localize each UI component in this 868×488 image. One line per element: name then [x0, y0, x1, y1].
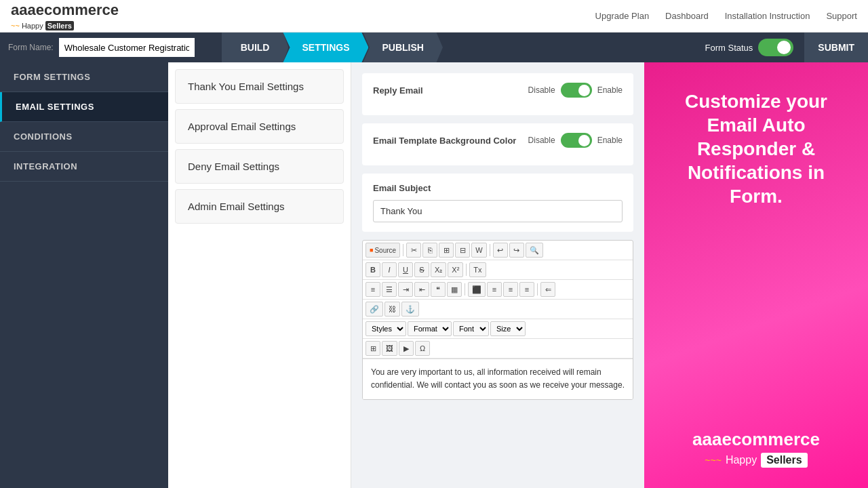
tb-anchor-btn[interactable]: ⚓ [401, 302, 419, 317]
tb-paste-word-btn[interactable]: W [471, 243, 486, 258]
tb-special-char-btn[interactable]: Ω [415, 341, 430, 356]
toolbar-divider-2 [490, 244, 490, 256]
nav-upgrade[interactable]: Upgrade Plan [595, 11, 650, 21]
toolbar-row-6: ⊞ 🖼 ▶ Ω [363, 339, 633, 359]
tb-align-left-btn[interactable]: ⬛ [468, 282, 486, 297]
promo-headline: Customize your Email Auto Responder & No… [660, 89, 852, 208]
sidebar-item-form-settings[interactable]: FORM SETTINGS [0, 62, 168, 92]
size-select[interactable]: Size [490, 321, 526, 336]
tb-align-center-btn[interactable]: ≡ [487, 282, 502, 297]
form-name-label: Form Name: [0, 43, 59, 52]
top-nav: aaaecommerce ~~ Happy Sellers Upgrade Pl… [0, 0, 868, 33]
bg-enable-label: Enable [597, 136, 623, 145]
promo-sub-text: Happy [726, 454, 757, 466]
bg-color-section: Email Template Background Color Disable … [362, 123, 633, 165]
logo-text: aaaecommerce [11, 1, 119, 18]
tb-media-btn[interactable]: ▶ [399, 341, 414, 356]
promo-panel: Customize your Email Auto Responder & No… [644, 62, 868, 488]
tb-strike-btn[interactable]: S [414, 262, 429, 277]
tb-rtl-btn[interactable]: ⇐ [540, 282, 555, 297]
sidebar-item-email-settings[interactable]: EMAIL SETTINGS [0, 92, 168, 122]
promo-arrow-icon: ~~~ [705, 455, 722, 466]
tb-table-btn[interactable]: ⊞ [366, 341, 380, 356]
logo-sub-text: Happy [22, 22, 43, 30]
tab-settings[interactable]: SETTINGS [283, 33, 368, 62]
tb-quote-btn[interactable]: ❝ [431, 282, 446, 297]
toolbar-row-4: 🔗 ⛓ ⚓ [363, 300, 633, 319]
styles-select[interactable]: Styles [366, 321, 406, 336]
submit-button[interactable]: SUBMIT [804, 33, 868, 62]
email-subject-section: Email Subject [362, 174, 633, 232]
tb-indent-btn[interactable]: ⇥ [398, 282, 413, 297]
promo-logo-ecommerce: ecommerce [722, 429, 820, 449]
tb-divblock-btn[interactable]: ▦ [447, 282, 462, 297]
tb-paste-btn[interactable]: ⊞ [439, 243, 454, 258]
nav-dashboard[interactable]: Dashboard [665, 11, 709, 21]
promo-logo-sub: ~~~ Happy Sellers [705, 453, 807, 468]
tb-undo-btn[interactable]: ↩ [493, 243, 508, 258]
tb-cut-btn[interactable]: ✂ [406, 243, 421, 258]
email-menu-approval[interactable]: Approval Email Settings [175, 109, 344, 144]
tb-paste-text-btn[interactable]: ⊟ [455, 243, 470, 258]
font-select[interactable]: Font [453, 321, 489, 336]
logo-sellers-text: Sellers [45, 21, 74, 30]
form-bar: Form Name: BUILD SETTINGS PUBLISH Form S… [0, 33, 868, 62]
bg-color-toggle[interactable] [561, 133, 592, 148]
form-name-input[interactable] [59, 38, 195, 57]
reply-email-toggle[interactable] [561, 83, 592, 98]
email-menu-thank-you[interactable]: Thank You Email Settings [175, 69, 344, 104]
toolbar-row-3: ≡ ☰ ⇥ ⇤ ❝ ▦ ⬛ ≡ ≡ ≡ ⇐ [363, 280, 633, 300]
tb-underline-btn[interactable]: U [398, 262, 413, 277]
tb-image-btn[interactable]: 🖼 [382, 341, 397, 356]
source-button[interactable]: ■ Source [366, 243, 400, 258]
toolbar-divider-1 [403, 244, 403, 256]
reply-email-row: Reply Email Disable Enable [373, 83, 623, 98]
tb-outdent-btn[interactable]: ⇤ [414, 282, 429, 297]
form-status-label: Form Status [705, 43, 753, 53]
sidebar-item-conditions[interactable]: CONDITIONS [0, 122, 168, 152]
format-select[interactable]: Format [408, 321, 452, 336]
tab-build[interactable]: BUILD [222, 33, 289, 62]
tab-publish[interactable]: PUBLISH [363, 33, 442, 62]
tb-unlink-btn[interactable]: ⛓ [384, 302, 400, 317]
nav-support[interactable]: Support [826, 11, 857, 21]
toolbar-row-5: Styles Format Font Size [363, 319, 633, 339]
email-menu-admin[interactable]: Admin Email Settings [175, 189, 344, 224]
tb-redo-btn[interactable]: ↪ [509, 243, 524, 258]
tb-superscript-btn[interactable]: X² [448, 262, 463, 277]
form-status-toggle[interactable] [758, 39, 793, 56]
logo-sellers-badge: Sellers [45, 21, 74, 30]
email-menu-panel: Thank You Email Settings Approval Email … [168, 62, 351, 488]
editor-content[interactable]: You are very important to us, all inform… [363, 359, 633, 399]
bg-color-label: Email Template Background Color [373, 136, 516, 146]
reply-disable-label: Disable [528, 85, 555, 95]
tb-ul-btn[interactable]: ☰ [382, 282, 397, 297]
editor-panel: Reply Email Disable Enable Email Templat… [351, 62, 644, 488]
logo-brand-bold: ecommerce [36, 1, 119, 18]
tb-align-right-btn[interactable]: ≡ [503, 282, 518, 297]
toolbar-divider-4 [465, 283, 465, 296]
email-menu-deny[interactable]: Deny Email Settings [175, 149, 344, 184]
tb-bold-btn[interactable]: B [366, 262, 380, 277]
logo-sub: ~~ Happy Sellers [11, 21, 74, 30]
tb-clear-btn[interactable]: Tx [469, 262, 486, 277]
reply-email-toggle-group: Disable Enable [528, 83, 623, 98]
promo-sub-highlight: Sellers [761, 453, 807, 468]
tb-subscript-btn[interactable]: X₂ [431, 262, 446, 277]
tb-ol-btn[interactable]: ≡ [366, 282, 380, 297]
tb-link-btn[interactable]: 🔗 [366, 302, 383, 317]
source-label: Source [374, 247, 396, 254]
toolbar-divider-3 [466, 264, 467, 276]
tb-align-justify-btn[interactable]: ≡ [519, 282, 534, 297]
sidebar-item-integration[interactable]: INTEGRATION [0, 152, 168, 182]
tb-find-btn[interactable]: 🔍 [526, 243, 543, 258]
bg-color-toggle-group: Disable Enable [528, 133, 623, 148]
toolbar-row-2: B I U S X₂ X² Tx [363, 260, 633, 280]
email-subject-input[interactable] [373, 200, 623, 222]
tb-italic-btn[interactable]: I [382, 262, 397, 277]
main-layout: FORM SETTINGS EMAIL SETTINGS CONDITIONS … [0, 62, 868, 488]
email-subject-title: Email Subject [373, 183, 623, 193]
tb-copy-btn[interactable]: ⎘ [422, 243, 437, 258]
nav-installation[interactable]: Installation Instruction [725, 11, 810, 21]
tab-group: BUILD SETTINGS PUBLISH [222, 33, 443, 62]
